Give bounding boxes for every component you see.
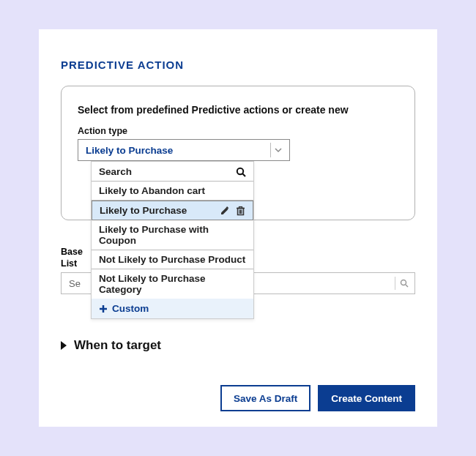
dropdown-option-abandon-cart[interactable]: Likely to Abandon cart <box>92 182 253 201</box>
config-card: PREDICTIVE ACTION Select from predefined… <box>39 29 437 427</box>
action-type-select[interactable]: Likely to Purchase <box>78 139 290 161</box>
plus-icon <box>99 304 108 313</box>
predictive-panel: Select from predefined Predictive action… <box>61 86 415 220</box>
search-icon <box>236 167 246 177</box>
footer-actions: Save As Draft Create Content <box>61 385 415 411</box>
dropdown-option-purchase-coupon[interactable]: Likely to Purchase with Coupon <box>92 220 253 250</box>
action-type-dropdown: Search Likely to Abandon cart Likely to … <box>91 161 254 319</box>
section-title: PREDICTIVE ACTION <box>61 59 415 71</box>
save-draft-button[interactable]: Save As Draft <box>220 385 310 411</box>
delete-icon[interactable] <box>236 206 245 216</box>
action-type-label: Action type <box>78 126 398 136</box>
action-type-select-wrap: Likely to Purchase Search Likely to Aban… <box>78 139 290 161</box>
base-list-label: Base List <box>61 247 90 269</box>
panel-description: Select from predefined Predictive action… <box>78 104 398 116</box>
svg-point-11 <box>401 280 406 285</box>
edit-icon[interactable] <box>220 206 230 216</box>
svg-line-1 <box>242 173 245 176</box>
dropdown-search-placeholder: Search <box>99 166 132 177</box>
caret-right-icon <box>61 341 67 350</box>
base-list-placeholder: Se <box>69 278 81 289</box>
svg-rect-8 <box>239 206 242 208</box>
dropdown-option-likely-purchase[interactable]: Likely to Purchase <box>92 201 253 220</box>
search-icon <box>395 277 409 290</box>
chevron-down-icon <box>270 143 285 157</box>
dropdown-search[interactable]: Search <box>92 162 253 182</box>
dropdown-custom-label: Custom <box>112 303 149 314</box>
svg-line-12 <box>406 285 408 287</box>
dropdown-custom[interactable]: Custom <box>92 299 253 318</box>
dropdown-option-not-purchase-category[interactable]: Not Likely to Purchase Category <box>92 269 253 299</box>
when-to-target-toggle[interactable]: When to target <box>61 338 415 353</box>
action-type-value: Likely to Purchase <box>86 145 173 156</box>
dropdown-option-not-purchase-product[interactable]: Not Likely to Purchase Product <box>92 250 253 269</box>
create-content-button[interactable]: Create Content <box>318 385 415 411</box>
when-to-target-label: When to target <box>74 338 161 353</box>
svg-point-0 <box>237 168 243 173</box>
